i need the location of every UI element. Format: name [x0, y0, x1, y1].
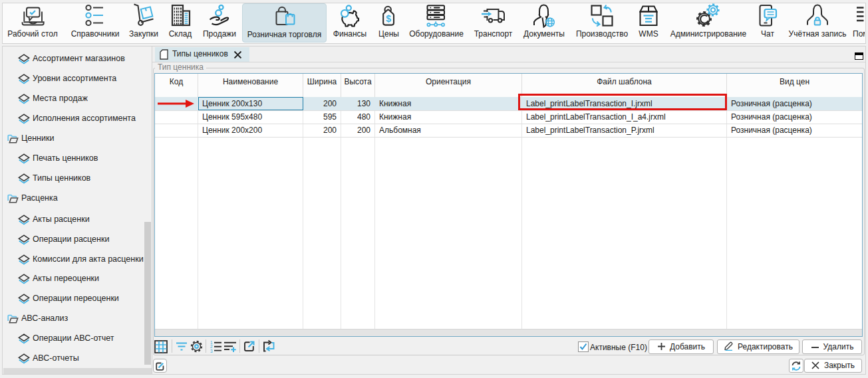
svg-text:$: $ — [386, 13, 391, 24]
svg-text:3: 3 — [210, 349, 213, 353]
